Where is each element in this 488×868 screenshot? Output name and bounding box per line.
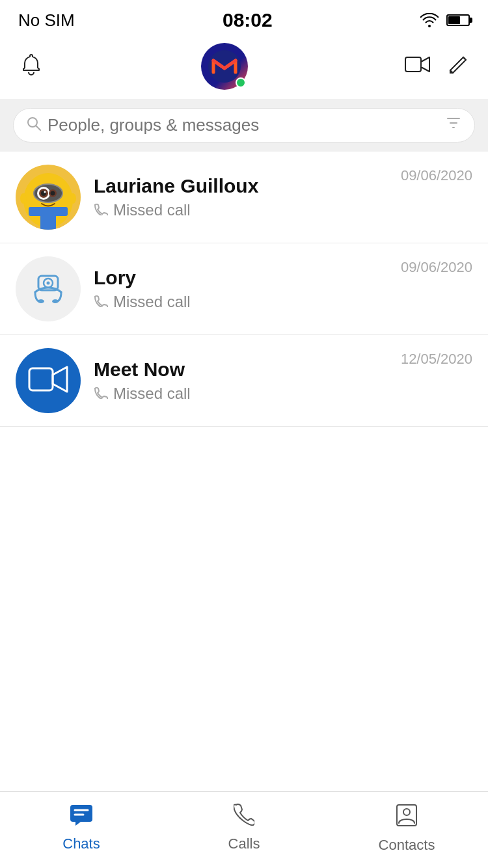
- contacts-nav-label: Contacts: [379, 837, 435, 854]
- avatar: [16, 256, 81, 321]
- compose-button[interactable]: [446, 53, 470, 79]
- status-right: [420, 13, 470, 27]
- chat-name: Meet Now: [94, 359, 393, 381]
- video-call-button[interactable]: [405, 55, 431, 77]
- missed-call-label: Missed call: [113, 201, 191, 219]
- meet-avatar-icon: [28, 364, 68, 397]
- nav-item-contacts[interactable]: Contacts: [355, 804, 459, 854]
- search-section: [0, 99, 488, 152]
- chat-list: Lauriane Guilloux Missed call 09/06/2020: [0, 152, 488, 427]
- missed-call-icon: [94, 293, 108, 311]
- search-icon: [27, 116, 41, 135]
- online-indicator: [236, 77, 246, 88]
- avatar: [16, 348, 81, 413]
- chat-item[interactable]: Lauriane Guilloux Missed call 09/06/2020: [0, 152, 488, 243]
- missed-call-icon: [94, 385, 108, 403]
- chat-date: 09/06/2020: [393, 167, 472, 184]
- missed-call-label: Missed call: [113, 293, 191, 311]
- chat-date: 09/06/2020: [393, 259, 472, 276]
- phone-avatar-icon: [29, 269, 68, 308]
- svg-rect-1: [405, 57, 421, 72]
- avatar: [16, 165, 81, 230]
- svg-point-15: [70, 193, 76, 204]
- contacts-nav-icon: [396, 804, 418, 833]
- header: [0, 36, 488, 99]
- svg-point-26: [403, 809, 410, 815]
- bell-button[interactable]: [18, 52, 44, 81]
- chat-name: Lory: [94, 267, 393, 289]
- search-bar[interactable]: [13, 108, 475, 142]
- minion-avatar-icon: [16, 165, 81, 230]
- carrier-label: No SIM: [18, 10, 75, 31]
- svg-point-19: [38, 299, 44, 303]
- svg-point-20: [52, 299, 59, 303]
- chat-sub: Missed call: [94, 293, 393, 311]
- chat-info: Lory Missed call: [94, 267, 393, 311]
- search-input[interactable]: [47, 115, 437, 135]
- svg-point-13: [51, 191, 55, 196]
- calls-nav-icon: [234, 804, 254, 832]
- time-label: 08:02: [223, 9, 273, 31]
- svg-line-3: [36, 126, 41, 130]
- bell-icon: [18, 52, 44, 78]
- chat-name: Lauriane Guilloux: [94, 175, 393, 197]
- bottom-navigation: Chats Calls Contacts: [0, 791, 488, 868]
- chat-info: Meet Now Missed call: [94, 359, 393, 403]
- missed-call-label: Missed call: [113, 385, 191, 403]
- chat-sub: Missed call: [94, 385, 393, 403]
- svg-point-18: [47, 282, 50, 285]
- missed-call-icon: [94, 201, 108, 219]
- compose-icon: [446, 53, 470, 77]
- nav-item-calls[interactable]: Calls: [192, 804, 296, 854]
- chat-date: 12/05/2020: [393, 351, 472, 368]
- header-actions: [405, 53, 470, 79]
- chat-info: Lauriane Guilloux Missed call: [94, 175, 393, 219]
- app-logo: [201, 43, 248, 90]
- logo-icon: [208, 50, 241, 83]
- chat-item[interactable]: Meet Now Missed call 12/05/2020: [0, 335, 488, 427]
- battery-icon: [446, 14, 470, 26]
- chat-sub: Missed call: [94, 201, 393, 219]
- nav-item-chats[interactable]: Chats: [29, 804, 133, 854]
- chat-item[interactable]: Lory Missed call 09/06/2020: [0, 243, 488, 335]
- wifi-icon: [420, 13, 439, 27]
- chats-nav-label: Chats: [62, 835, 100, 852]
- chats-nav-icon: [69, 804, 94, 832]
- filter-icon[interactable]: [446, 115, 461, 135]
- svg-point-11: [44, 191, 46, 193]
- video-icon: [405, 55, 431, 75]
- calls-nav-label: Calls: [228, 835, 260, 852]
- svg-rect-6: [29, 207, 68, 216]
- svg-rect-22: [70, 805, 92, 822]
- svg-point-14: [20, 193, 27, 204]
- status-bar: No SIM 08:02: [0, 0, 488, 36]
- svg-rect-21: [29, 368, 53, 390]
